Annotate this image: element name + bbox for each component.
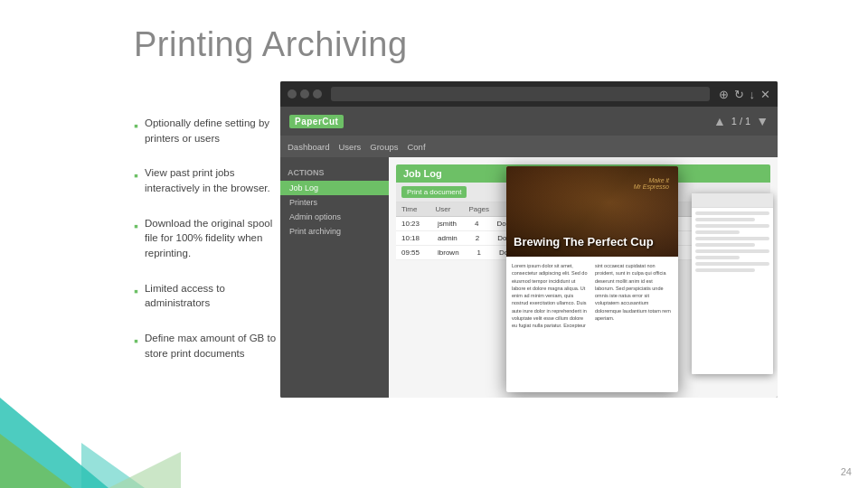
app-content: Actions Job Log Printers Admin options P… (280, 157, 778, 398)
chrome-min (300, 89, 309, 99)
bullet-icon: ▪ (134, 217, 138, 235)
bullet-icon: ▪ (134, 166, 138, 184)
list-item: ▪ Limited access to administrators (134, 281, 283, 311)
doc-line (695, 249, 769, 253)
page-title: Printing Archiving (134, 25, 408, 64)
doc-line (695, 230, 740, 234)
doc-line (695, 256, 740, 259)
prev-arrow[interactable]: ▲ (713, 114, 726, 128)
bullet-icon: ▪ (134, 282, 138, 300)
print-btn[interactable]: Print a document (401, 186, 467, 198)
doc-headline: Brewing The Perfect Cup (514, 235, 654, 249)
list-item: ▪ Download the original spool file for 1… (134, 216, 283, 261)
list-item: ▪ View past print jobs interactively in … (134, 165, 283, 195)
next-arrow[interactable]: ▼ (756, 114, 769, 128)
papercut-logo: PaperCut (289, 115, 344, 128)
chrome-close (288, 89, 297, 99)
doc-right-lines (692, 208, 773, 278)
doc-line (695, 268, 755, 272)
sidebar-section-label: Actions (280, 164, 389, 181)
bullet-icon: ▪ (134, 332, 138, 350)
refresh-icon: ↻ (734, 88, 744, 101)
app-sidebar: Actions Job Log Printers Admin options P… (280, 157, 389, 398)
slide: Printing Archiving ▪ Optionally define s… (0, 0, 868, 488)
bullet-icon: ▪ (134, 117, 138, 135)
doc-line (695, 243, 755, 247)
list-item: ▪ Optionally define setting by printers … (134, 116, 283, 145)
nav-groups[interactable]: Groups (370, 142, 398, 152)
doc-right-panel (692, 193, 773, 374)
browser-chrome: ⊕ ↻ ↓ ✕ (280, 81, 778, 107)
app-main: Job Log Print a document Time User Pages… (389, 157, 778, 398)
doc-line (695, 262, 769, 266)
app-header: PaperCut ▲ 1 / 1 ▼ (280, 107, 778, 136)
nav-users[interactable]: Users (338, 142, 361, 152)
page-info: ▲ 1 / 1 ▼ (713, 114, 769, 128)
doc-line (695, 237, 769, 240)
toolbar-icons: ⊕ ↻ ↓ ✕ (719, 88, 771, 101)
doc-right-header (692, 193, 773, 208)
address-bar (331, 87, 710, 101)
sidebar-item-printers[interactable]: Printers (280, 195, 389, 210)
doc-body: Lorem ipsum dolor sit amet, consectetur … (506, 257, 678, 334)
nav-dashboard[interactable]: Dashboard (288, 142, 329, 152)
doc-line (695, 218, 755, 221)
doc-line (695, 211, 769, 215)
doc-body-text: Lorem ipsum dolor sit amet, consectetur … (512, 262, 673, 329)
sidebar-item-extra[interactable]: Print archiving (280, 224, 389, 239)
nav-conf[interactable]: Conf (407, 142, 425, 152)
app-nav: Dashboard Users Groups Conf (280, 136, 778, 157)
sidebar-item-joblog[interactable]: Job Log (280, 181, 389, 195)
doc-image-top: Make itMr Espresso Brewing The Perfect C… (506, 166, 678, 257)
doc-brand-tagline: Make itMr Espresso (634, 177, 669, 190)
screenshot-container: ⊕ ↻ ↓ ✕ PaperCut ▲ 1 / 1 ▼ Dashboard Use… (280, 81, 778, 398)
close-icon: ✕ (760, 88, 770, 101)
sidebar-item-admin[interactable]: Admin options (280, 210, 389, 224)
list-item: ▪ Define max amount of GB to store print… (134, 331, 283, 361)
document-preview: Make itMr Espresso Brewing The Perfect C… (506, 166, 678, 392)
decorative-triangles (0, 371, 181, 488)
chrome-max (313, 89, 322, 99)
zoom-icon: ⊕ (719, 88, 729, 101)
page-number: 24 (841, 466, 852, 477)
doc-line (695, 224, 769, 228)
download-icon: ↓ (750, 88, 756, 101)
bullet-list: ▪ Optionally define setting by printers … (134, 116, 283, 380)
